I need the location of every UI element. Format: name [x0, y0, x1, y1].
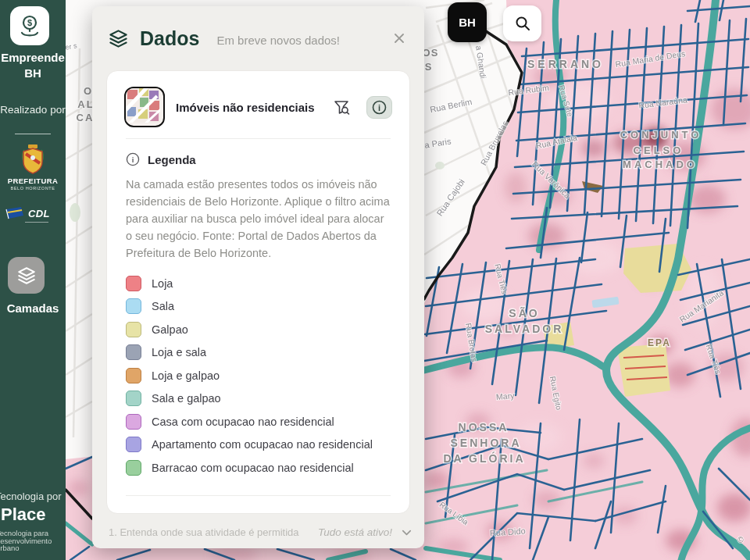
footer-step-label: 1. Entenda onde sua atividade é permitid… [109, 526, 318, 538]
sidebar: $ Empreende BH Realizado por PREFEITURA … [0, 0, 66, 560]
legend-item: Barracao com ocupacao nao residencial [126, 456, 391, 480]
layer-info-button[interactable]: i [366, 96, 392, 119]
map-neighborhood-label: CONJUNTO [620, 129, 702, 141]
map-neighborhood-label: OS [423, 47, 439, 59]
prefeitura-logo [20, 144, 46, 180]
tecnologia-por-label: Tecnologia por [0, 490, 66, 502]
map-neighborhood-label: CELSO [634, 144, 684, 156]
map-neighborhood-label: SALVADOR [485, 323, 563, 335]
layer-item-row: Imóveis não residenciais i [107, 71, 409, 138]
layer-thumbnail[interactable] [124, 87, 165, 127]
legend-label: Galpao [152, 323, 188, 336]
panel-subtitle: Em breve novos dados! [216, 34, 390, 47]
legend-list: LojaSalaGalpaoLoja e salaLoja e galpaoSa… [107, 262, 409, 480]
dados-panel: Dados Em breve novos dados! [92, 6, 424, 548]
card-bottom-divider [126, 495, 391, 496]
legend-swatch [126, 276, 141, 291]
legend-swatch [126, 322, 141, 337]
place-tagline: Tecnologia para desenvolvimento urbano [0, 530, 59, 552]
layer-card: Imóveis não residenciais i [106, 70, 410, 514]
layer-title: Imóveis não residenciais [176, 101, 320, 114]
map-neighborhood-label: EPA [648, 337, 671, 348]
legend-label: Loja e galpao [152, 369, 220, 382]
legend-swatch [126, 437, 141, 452]
map-neighborhood-label: SERRANO [527, 58, 604, 70]
map-neighborhood-label: CA [77, 112, 95, 123]
place-logo-text: Place [1, 505, 46, 525]
prefeitura-label: PREFEITURA [0, 177, 66, 185]
legend-item: Galpao [126, 318, 391, 341]
map-neighborhood-label: NOSSA [459, 421, 509, 433]
legend-item: Loja e sala [126, 341, 391, 365]
cdl-tagline [25, 222, 48, 223]
activity-accordion[interactable]: 1. Entenda onde sua atividade é permitid… [109, 523, 413, 540]
info-icon: i [126, 152, 140, 166]
sidebar-divider [15, 134, 51, 134]
map-neighborhood-label: SENHORA [450, 437, 521, 449]
legend-swatch [126, 298, 141, 314]
legend-label: Barracao com ocupacao nao residencial [152, 462, 354, 474]
legend-label: Sala e galpao [152, 392, 221, 405]
legend-swatch [126, 344, 141, 360]
legend-description: Na camada estão presentes todos os imóve… [107, 166, 409, 262]
search-icon [514, 15, 531, 32]
panel-title: Dados [140, 27, 199, 50]
map-park-patch [435, 162, 445, 169]
search-button[interactable] [503, 5, 541, 41]
legend-swatch [126, 460, 141, 476]
map-street-label: Mary [496, 391, 516, 401]
bh-locate-button[interactable]: BH [448, 2, 487, 42]
dados-panel-header: Dados Em breve novos dados! [92, 6, 424, 70]
legend-label: Loja e sala [152, 346, 206, 358]
empreende-bh-home-button[interactable]: $ [10, 6, 49, 45]
layers-icon [16, 266, 37, 286]
legend-label: Loja [152, 277, 173, 290]
map-park-patch [70, 203, 80, 222]
cdl-label: CDL [28, 208, 50, 219]
filter-search-button[interactable] [331, 97, 352, 118]
legend-label: Apartamento com ocupacao nao residencial [152, 438, 373, 451]
map-neighborhood-label: MACHADO [623, 159, 698, 170]
camadas-label: Camadas [0, 301, 66, 315]
legend-swatch [126, 414, 141, 430]
close-icon [393, 32, 405, 45]
legend-header-row: i Legenda [107, 139, 409, 166]
map-neighborhood-label: DA GLÓRIA [443, 451, 525, 465]
cdl-flag-icon [5, 206, 26, 221]
legend-label: Sala [152, 300, 174, 312]
map-neighborhood-label: S [425, 61, 432, 73]
legend-header: Legenda [148, 153, 196, 166]
filter-search-icon [333, 98, 351, 116]
prefeitura-sublabel: BELO HORIZONTE [0, 186, 66, 191]
legend-swatch [126, 368, 141, 383]
legend-item: Loja e galpao [126, 364, 391, 387]
legend-item: Loja [126, 272, 391, 295]
legend-item: Sala e galpao [126, 387, 391, 411]
legend-label: Casa com ocupacao nao residencial [152, 416, 334, 428]
legend-item: Apartamento com ocupacao nao residencial [126, 433, 391, 457]
close-panel-button[interactable] [390, 29, 409, 48]
cdl-logo: CDL [5, 206, 50, 221]
money-pin-icon: $ [16, 12, 43, 39]
legend-item: Sala [126, 295, 391, 319]
camadas-layers-button[interactable] [8, 257, 45, 294]
realizado-por-label: Realizado por [0, 104, 66, 116]
svg-text:i: i [378, 102, 380, 112]
layers-icon [108, 28, 129, 49]
map-neighborhood-label: SÃO [509, 306, 539, 319]
footer-status-label: Tudo está ativo! [318, 526, 392, 538]
svg-text:$: $ [27, 18, 32, 27]
map-street-label: © [738, 536, 744, 544]
info-icon: i [372, 100, 387, 115]
svg-text:i: i [132, 155, 134, 164]
legend-swatch [126, 391, 141, 406]
legend-item: Casa com ocupacao nao residencial [126, 410, 391, 433]
brand-title: Empreende BH [0, 50, 66, 81]
chevron-down-icon [400, 526, 413, 539]
